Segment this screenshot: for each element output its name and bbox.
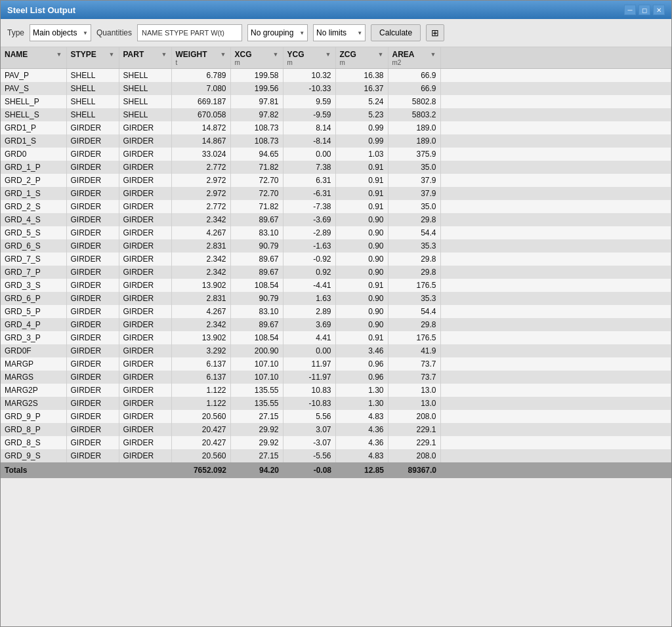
table-row[interactable]: GRD_5_P GIRDER GIRDER 4.267 83.10 2.89 0… [1,305,671,318]
table-row[interactable]: GRD_8_P GIRDER GIRDER 20.427 29.92 3.07 … [1,423,671,436]
cell-ycg: 3.07 [283,423,335,436]
cell-ycg: 0.00 [283,344,335,357]
col-header-stype[interactable]: STYPE ▼ [66,47,119,69]
table-row[interactable]: MARGS GIRDER GIRDER 6.137 107.10 -11.97 … [1,371,671,384]
limits-select[interactable]: No limits [313,24,366,41]
totals-area: 89367.0 [388,462,440,478]
type-select[interactable]: Main objects [30,24,91,41]
cell-stype: GIRDER [66,174,119,187]
table-row[interactable]: MARG2P GIRDER GIRDER 1.122 135.55 10.83 … [1,384,671,397]
cell-xcg: 199.56 [230,82,283,95]
cell-xcg: 97.81 [230,95,283,108]
table-row[interactable]: SHELL_P SHELL SHELL 669.187 97.81 9.59 5… [1,95,671,108]
table-row[interactable]: GRD_2_P GIRDER GIRDER 2.972 72.70 6.31 0… [1,174,671,187]
table-row[interactable]: GRD_9_P GIRDER GIRDER 20.560 27.15 5.56 … [1,410,671,423]
table-row[interactable]: PAV_S SHELL SHELL 7.080 199.56 -10.33 16… [1,82,671,95]
table-row[interactable]: GRD_3_S GIRDER GIRDER 13.902 108.54 -4.4… [1,279,671,292]
table-row[interactable]: GRD_7_P GIRDER GIRDER 2.342 89.67 0.92 0… [1,266,671,279]
col-header-part[interactable]: PART ▼ [119,47,171,69]
cell-part: SHELL [119,95,171,108]
table-row[interactable]: GRD_6_S GIRDER GIRDER 2.831 90.79 -1.63 … [1,239,671,253]
cell-ycg: -0.92 [283,253,335,266]
table-row[interactable]: GRD_6_P GIRDER GIRDER 2.831 90.79 1.63 0… [1,292,671,305]
cell-zcg: 0.90 [335,213,388,226]
cell-xcg: 72.70 [230,187,283,200]
cell-zcg: 0.90 [335,226,388,239]
table-row[interactable]: MARG2S GIRDER GIRDER 1.122 135.55 -10.83… [1,397,671,410]
cell-area: 54.4 [388,226,440,239]
export-button[interactable]: ⊞ [426,24,444,41]
sort-icon-part: ▼ [161,51,167,58]
limits-select-wrapper[interactable]: No limits [313,24,366,41]
cell-xcg: 71.82 [230,200,283,213]
table-row[interactable]: GRD_4_P GIRDER GIRDER 2.342 89.67 3.69 0… [1,318,671,331]
table-row[interactable]: GRD1_P GIRDER GIRDER 14.872 108.73 8.14 … [1,121,671,134]
quantities-box: NAME STYPE PART W(t) [137,24,242,41]
cell-weight: 2.342 [171,266,230,279]
minimize-button[interactable]: ─ [624,5,636,15]
table-row[interactable]: GRD_8_S GIRDER GIRDER 20.427 29.92 -3.07… [1,436,671,449]
cell-xcg: 89.67 [230,266,283,279]
cell-name: MARGP [1,357,66,371]
restore-button[interactable]: ◻ [639,5,650,15]
col-header-xcg[interactable]: XCG ▼ m [230,47,283,69]
cell-weight: 13.902 [171,279,230,292]
close-button[interactable]: ✕ [653,5,665,15]
totals-row: Totals 7652.092 94.20 -0.08 12.85 89367.… [1,462,671,478]
cell-part: GIRDER [119,384,171,397]
cell-stype: GIRDER [66,292,119,305]
cell-weight: 20.427 [171,436,230,449]
cell-area: 229.1 [388,436,440,449]
cell-stype: GIRDER [66,253,119,266]
calculate-button[interactable]: Calculate [371,24,421,41]
table-row[interactable]: MARGP GIRDER GIRDER 6.137 107.10 11.97 0… [1,357,671,371]
table-row[interactable]: GRD_5_S GIRDER GIRDER 4.267 83.10 -2.89 … [1,226,671,239]
grouping-select-wrapper[interactable]: No grouping [247,24,308,41]
sort-icon-xcg: ▼ [273,51,279,58]
cell-ycg: -1.63 [283,239,335,253]
cell-ycg: -8.14 [283,134,335,148]
cell-stype: GIRDER [66,266,119,279]
table-row[interactable]: GRD_9_S GIRDER GIRDER 20.560 27.15 -5.56… [1,449,671,462]
cell-area: 229.1 [388,423,440,436]
cell-weight: 1.122 [171,397,230,410]
cell-ycg: -6.31 [283,187,335,200]
cell-ycg: -10.83 [283,397,335,410]
grouping-select[interactable]: No grouping [247,24,308,41]
table-row[interactable]: GRD0 GIRDER GIRDER 33.024 94.65 0.00 1.0… [1,148,671,161]
cell-stype: GIRDER [66,410,119,423]
cell-name: MARG2S [1,397,66,410]
cell-name: MARGS [1,371,66,384]
table-row[interactable]: PAV_P SHELL SHELL 6.789 199.58 10.32 16.… [1,69,671,83]
cell-zcg: 16.38 [335,69,388,83]
cell-weight: 2.772 [171,161,230,174]
col-header-name[interactable]: NAME ▼ [1,47,66,69]
table-row[interactable]: GRD_3_P GIRDER GIRDER 13.902 108.54 4.41… [1,331,671,344]
table-row[interactable]: GRD_7_S GIRDER GIRDER 2.342 89.67 -0.92 … [1,253,671,266]
col-header-area[interactable]: AREA ▼ m2 [388,47,440,69]
cell-stype: SHELL [66,95,119,108]
table-row[interactable]: GRD0F GIRDER GIRDER 3.292 200.90 0.00 3.… [1,344,671,357]
cell-xcg: 94.65 [230,148,283,161]
cell-xcg: 83.10 [230,305,283,318]
table-scroll[interactable]: NAME ▼ STYPE ▼ [1,47,671,626]
title-bar-controls: ─ ◻ ✕ [624,5,665,15]
cell-xcg: 72.70 [230,174,283,187]
cell-weight: 2.831 [171,239,230,253]
cell-xcg: 90.79 [230,292,283,305]
col-header-ycg[interactable]: YCG ▼ m [283,47,335,69]
cell-part: GIRDER [119,305,171,318]
table-row[interactable]: GRD_2_S GIRDER GIRDER 2.772 71.82 -7.38 … [1,200,671,213]
table-row[interactable]: GRD_1_S GIRDER GIRDER 2.972 72.70 -6.31 … [1,187,671,200]
col-header-zcg[interactable]: ZCG ▼ m [335,47,388,69]
cell-ycg: 2.89 [283,305,335,318]
table-row[interactable]: GRD_1_P GIRDER GIRDER 2.772 71.82 7.38 0… [1,161,671,174]
table-row[interactable]: SHELL_S SHELL SHELL 670.058 97.82 -9.59 … [1,108,671,121]
table-row[interactable]: GRD_4_S GIRDER GIRDER 2.342 89.67 -3.69 … [1,213,671,226]
cell-weight: 2.972 [171,174,230,187]
type-select-wrapper[interactable]: Main objects [30,24,91,41]
table-row[interactable]: GRD1_S GIRDER GIRDER 14.867 108.73 -8.14… [1,134,671,148]
cell-weight: 2.972 [171,187,230,200]
col-header-weight[interactable]: WEIGHT ▼ t [171,47,230,69]
cell-name: GRD1_P [1,121,66,134]
